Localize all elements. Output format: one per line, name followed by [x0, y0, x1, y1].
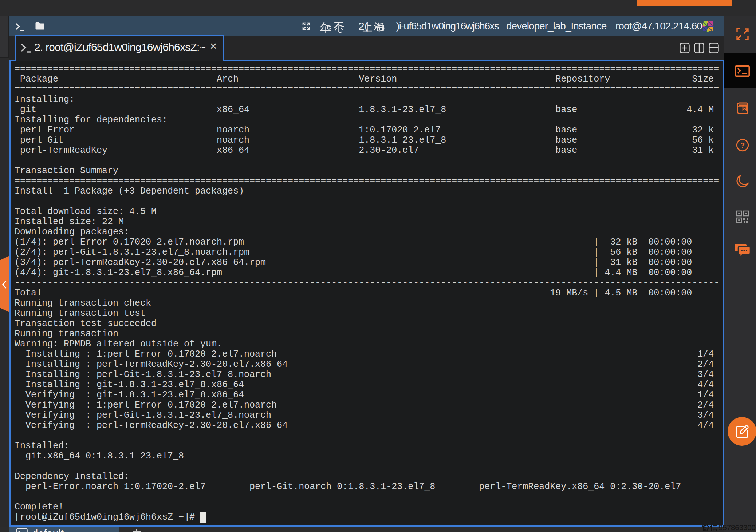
svg-text:?: ? — [740, 141, 745, 149]
